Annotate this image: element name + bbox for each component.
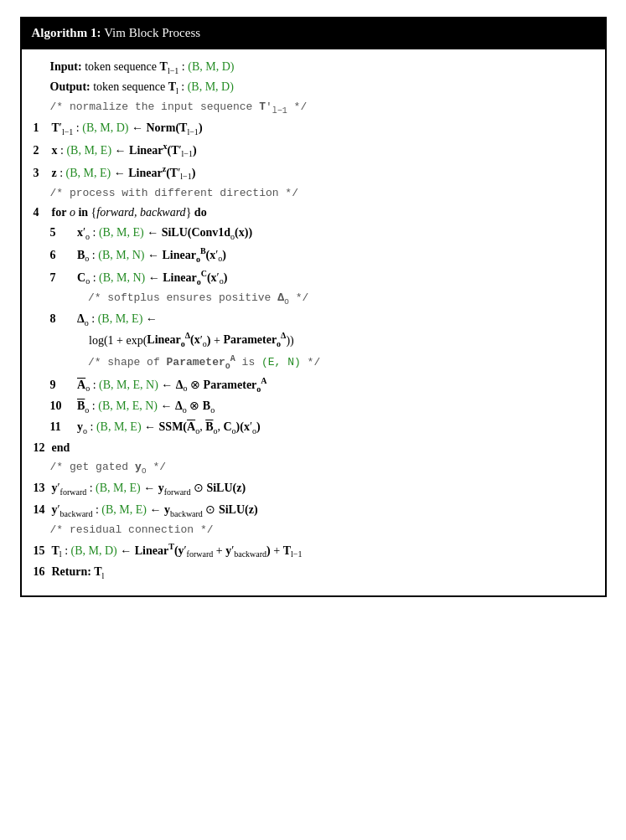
line-9: 9 Ao : (B, M, E, N) ← Δo ⊗ ParameteroA [34, 374, 593, 395]
algorithm-header: Algorithm 1: Vim Block Process [22, 18, 605, 48]
line-13: 13 y′forward : (B, M, E) ← yforward ⊙ Si… [34, 479, 593, 498]
line-12: 12 end [34, 439, 593, 457]
line-8: 8 Δo : (B, M, E) ← log(1 + exp(LinearoΔ(… [34, 310, 593, 350]
line-16: 16 Return: Tl [34, 563, 593, 582]
line-5: 5 x′o : (B, M, E) ← SiLU(Conv1do(x)) [34, 224, 593, 243]
algorithm-body: Input: token sequence Tl−1 : (B, M, D) O… [22, 48, 605, 595]
output-line: Output: token sequence Tl : (B, M, D) [34, 78, 593, 97]
line-15: 15 Tl : (B, M, D) ← LinearT(y′forward + … [34, 540, 593, 561]
line-11: 11 yo : (B, M, E) ← SSM(Ao, Bo, Co)(x′o) [34, 418, 593, 437]
comment-gated: /* get gated yo */ [34, 459, 593, 477]
comment-normalize: /* normalize the input sequence T′l−1 */ [34, 99, 593, 117]
algorithm-title-normal: Vim Block Process [104, 26, 200, 39]
comment-param-a: /* shape of ParameteroA is (E, N) */ [34, 353, 593, 373]
comment-residual: /* residual connection */ [34, 522, 593, 539]
line-3: 3 z : (B, M, E) ← Linearz(T′l−1) [34, 162, 593, 183]
comment-softplus: /* softplus ensures positive Δo */ [34, 290, 593, 308]
algorithm-title-bold: Algorithm 1: [32, 26, 101, 39]
line-4: 4 for o in {forward, backward} do [34, 204, 593, 222]
line-6: 6 Bo : (B, M, N) ← LinearoB(x′o) [34, 245, 593, 265]
line-10: 10 Bo : (B, M, E, N) ← Δo ⊗ Bo [34, 397, 593, 416]
line-7: 7 Co : (B, M, N) ← LinearoC(x′o) [34, 267, 593, 288]
input-line: Input: token sequence Tl−1 : (B, M, D) [34, 58, 593, 77]
comment-direction: /* process with different direction */ [34, 185, 593, 202]
line-14: 14 y′backward : (B, M, E) ← ybackward ⊙ … [34, 501, 593, 520]
line-2: 2 x : (B, M, E) ← Linearx(T′l−1) [34, 140, 593, 161]
algorithm-box: Algorithm 1: Vim Block Process Input: to… [20, 17, 607, 597]
line-1: 1 T′l−1 : (B, M, D) ← Norm(Tl−1) [34, 119, 593, 138]
